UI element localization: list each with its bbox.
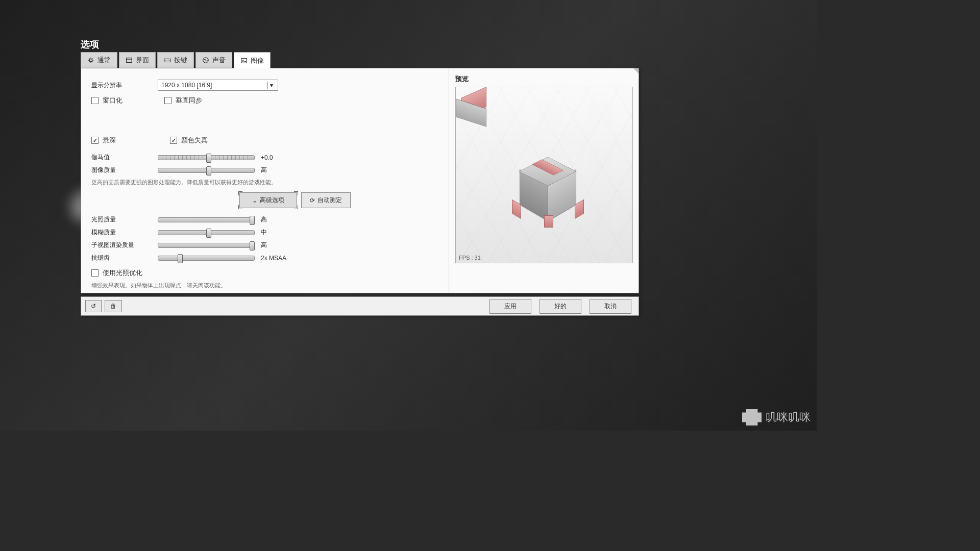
dof-checkbox-row[interactable]: 景深 xyxy=(91,136,116,145)
image-icon xyxy=(240,57,248,64)
quality-label: 图像质量 xyxy=(91,166,158,174)
settings-panel: 显示分辨率 980 x 551 [16:9] ▾ 窗口化 垂直同步 景深 xyxy=(81,68,639,293)
lighting-label: 光照质量 xyxy=(91,215,158,224)
ui-icon xyxy=(126,57,133,64)
fps-counter: FPS : 31 xyxy=(459,255,481,261)
windowed-label: 窗口化 xyxy=(103,96,122,105)
preview-viewport: FPS : 31 xyxy=(455,87,633,263)
cancel-button[interactable]: 取消 xyxy=(590,299,631,314)
dof-checkbox[interactable] xyxy=(91,137,99,144)
tab-keys[interactable]: 按键 xyxy=(157,52,194,68)
antialias-label: 抗锯齿 xyxy=(91,254,158,262)
quality-value: 高 xyxy=(261,166,267,174)
quality-slider[interactable] xyxy=(158,168,255,173)
lightopt-checkbox-row[interactable]: 使用光照优化 xyxy=(91,268,142,278)
antialias-value: 2x MSAA xyxy=(261,255,286,262)
blur-slider-thumb[interactable] xyxy=(206,229,211,238)
advanced-btn-label: 高级选项 xyxy=(260,196,284,205)
resolution-select[interactable]: 980 x 551 [16:9] ▾ xyxy=(158,80,278,91)
tab-audio[interactable]: 声音 xyxy=(195,52,232,68)
apply-label: 应用 xyxy=(504,302,517,311)
antialias-slider-thumb[interactable] xyxy=(178,254,183,263)
preview-panel: 预览 FPS : 31 xyxy=(449,68,639,293)
tab-label: 通常 xyxy=(97,56,111,65)
vsync-checkbox[interactable] xyxy=(164,97,172,104)
watermark-text: 叽咪叽咪 xyxy=(766,410,811,425)
windowed-checkbox[interactable] xyxy=(91,97,99,104)
gear-icon xyxy=(87,57,94,64)
footer-bar: ↺ 🗑 应用 好的 取消 xyxy=(81,296,639,316)
svg-point-5 xyxy=(167,60,167,60)
keyboard-icon xyxy=(164,57,171,64)
chromatic-checkbox-row[interactable]: 颜色失真 xyxy=(170,136,208,145)
preview-title: 预览 xyxy=(455,74,632,84)
tab-label: 界面 xyxy=(136,56,149,65)
apply-button[interactable]: 应用 xyxy=(489,299,531,314)
gamma-label: 伽马值 xyxy=(91,153,158,162)
page-title: 选项 xyxy=(81,38,99,51)
windowed-checkbox-row[interactable]: 窗口化 xyxy=(91,96,122,105)
preview-cube-small xyxy=(456,87,502,128)
blur-label: 模糊质量 xyxy=(91,228,158,237)
lighting-slider-thumb[interactable] xyxy=(250,216,255,225)
reset-button[interactable]: ↺ xyxy=(85,300,102,312)
svg-point-4 xyxy=(165,60,166,60)
vsync-label: 垂直同步 xyxy=(176,96,202,105)
resolution-value: 980 x 551 [16:9] xyxy=(161,82,212,89)
lighting-value: 高 xyxy=(261,215,267,224)
tab-label: 按键 xyxy=(174,56,187,65)
svg-rect-9 xyxy=(241,58,247,63)
power-icon: ⟳ xyxy=(310,197,315,204)
watermark-logo-icon xyxy=(742,409,762,425)
ok-button[interactable]: 好的 xyxy=(540,299,581,314)
dof-label: 景深 xyxy=(103,136,116,145)
watermark: 叽咪叽咪 xyxy=(742,409,811,425)
subview-label: 子视图渲染质量 xyxy=(91,241,158,249)
undo-icon: ↺ xyxy=(91,303,96,310)
lighting-slider[interactable] xyxy=(158,217,255,222)
chromatic-label: 颜色失真 xyxy=(181,136,208,145)
svg-point-7 xyxy=(169,60,170,60)
gamma-slider-thumb[interactable] xyxy=(206,154,211,163)
tabs-row: 通常 界面 按键 声音 图像 xyxy=(81,52,271,68)
panel-left: 显示分辨率 980 x 551 [16:9] ▾ 窗口化 垂直同步 景深 xyxy=(81,68,449,293)
preview-cube-main xyxy=(514,156,581,222)
lightopt-checkbox[interactable] xyxy=(91,269,99,277)
delete-button[interactable]: 🗑 xyxy=(105,300,122,312)
vsync-checkbox-row[interactable]: 垂直同步 xyxy=(164,96,202,105)
dropdown-arrow-icon: ▾ xyxy=(267,82,275,89)
tab-general[interactable]: 通常 xyxy=(81,52,117,68)
lightopt-hint: 增强效果表现。如果物体上出现噪点，请关闭该功能。 xyxy=(91,282,438,289)
quality-hint: 更高的画质需要更强的图形处理能力。降低质量可以获得更好的游戏性能。 xyxy=(91,179,438,186)
tab-graphics[interactable]: 图像 xyxy=(234,52,271,68)
resolution-label: 显示分辨率 xyxy=(91,81,158,90)
audio-icon xyxy=(202,57,209,64)
svg-point-6 xyxy=(168,60,168,60)
lightopt-label: 使用光照优化 xyxy=(103,268,142,278)
chromatic-checkbox[interactable] xyxy=(170,137,177,144)
trash-icon: 🗑 xyxy=(110,303,116,310)
subview-slider[interactable] xyxy=(158,243,255,248)
autodetect-button[interactable]: ⟳ 自动测定 xyxy=(301,192,351,208)
quality-slider-thumb[interactable] xyxy=(206,166,211,176)
subview-slider-thumb[interactable] xyxy=(250,241,255,251)
blur-value: 中 xyxy=(261,228,267,237)
svg-point-0 xyxy=(89,59,92,61)
blur-slider[interactable] xyxy=(158,230,255,235)
advanced-options-button[interactable]: ⌄ 高级选项 xyxy=(239,192,297,208)
tab-interface[interactable]: 界面 xyxy=(119,52,156,68)
subview-value: 高 xyxy=(261,241,267,249)
tab-label: 声音 xyxy=(212,56,226,65)
svg-rect-1 xyxy=(127,58,132,63)
ok-label: 好的 xyxy=(554,302,567,311)
autodetect-label: 自动测定 xyxy=(317,196,342,205)
antialias-slider[interactable] xyxy=(158,256,255,261)
tab-label: 图像 xyxy=(251,56,264,65)
chevron-down-icon: ⌄ xyxy=(252,197,257,204)
gamma-slider[interactable] xyxy=(158,155,255,160)
gamma-value: +0.0 xyxy=(261,154,273,161)
cancel-label: 取消 xyxy=(604,302,617,311)
